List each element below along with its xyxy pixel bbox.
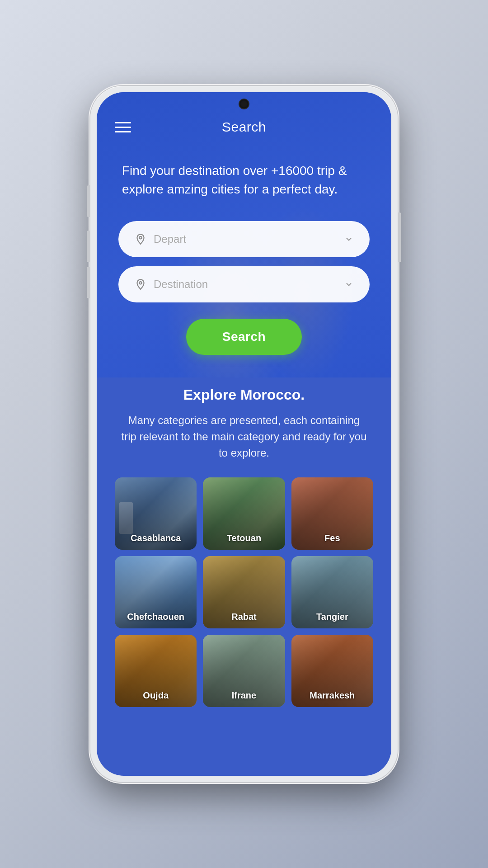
destination-input-left: Destination [135,278,208,291]
city-card-marrakesh[interactable]: Marrakesh [291,635,373,707]
depart-label: Depart [154,233,186,245]
city-card-tangier[interactable]: Tangier [291,556,373,628]
explore-section: Explore Morocco. Many categories are pre… [97,377,391,725]
screen-content: Search Find your destination over +16000… [97,92,391,776]
city-name-casablanca: Casablanca [115,533,197,543]
destination-label: Destination [154,278,208,291]
destination-field[interactable]: Destination [118,266,370,302]
city-card-fes[interactable]: Fes [291,477,373,550]
hamburger-line-2 [115,127,131,128]
city-card-ifrane[interactable]: Ifrane [203,635,285,707]
explore-title: Explore Morocco. [115,387,373,403]
search-button-wrap: Search [97,302,391,377]
city-grid: CasablancaTetouanFesChefchaouenRabatTang… [115,477,373,707]
hamburger-menu-button[interactable] [115,122,131,132]
header-title: Search [222,119,266,135]
city-card-oujda[interactable]: Oujda [115,635,197,707]
search-fields: Depart Destination [97,221,391,302]
city-card-rabat[interactable]: Rabat [203,556,285,628]
city-name-marrakesh: Marrakesh [291,690,373,701]
city-card-casablanca[interactable]: Casablanca [115,477,197,550]
search-button[interactable]: Search [186,319,302,355]
city-card-chefchaouen[interactable]: Chefchaouen [115,556,197,628]
city-name-tangier: Tangier [291,612,373,622]
city-card-tetouan[interactable]: Tetouan [203,477,285,550]
depart-input-left: Depart [135,233,186,245]
city-name-oujda: Oujda [115,690,197,701]
depart-field[interactable]: Depart [118,221,370,257]
hamburger-line-3 [115,131,131,132]
city-name-rabat: Rabat [203,612,285,622]
phone-screen: Search Find your destination over +16000… [97,92,391,776]
destination-chevron-icon [344,280,353,289]
explore-description: Many categories are presented, each cont… [115,412,373,461]
svg-point-0 [139,236,141,239]
svg-point-1 [139,282,141,284]
camera-notch [239,99,249,108]
depart-chevron-icon [344,235,353,244]
city-name-chefchaouen: Chefchaouen [115,612,197,622]
city-name-tetouan: Tetouan [203,533,285,543]
destination-location-icon [135,278,146,290]
depart-location-icon [135,233,146,245]
phone-shell: Search Find your destination over +16000… [90,86,398,782]
hamburger-line-1 [115,122,131,123]
city-name-fes: Fes [291,533,373,543]
city-name-ifrane: Ifrane [203,690,285,701]
hero-text: Find your destination over +16000 trip &… [97,144,391,221]
